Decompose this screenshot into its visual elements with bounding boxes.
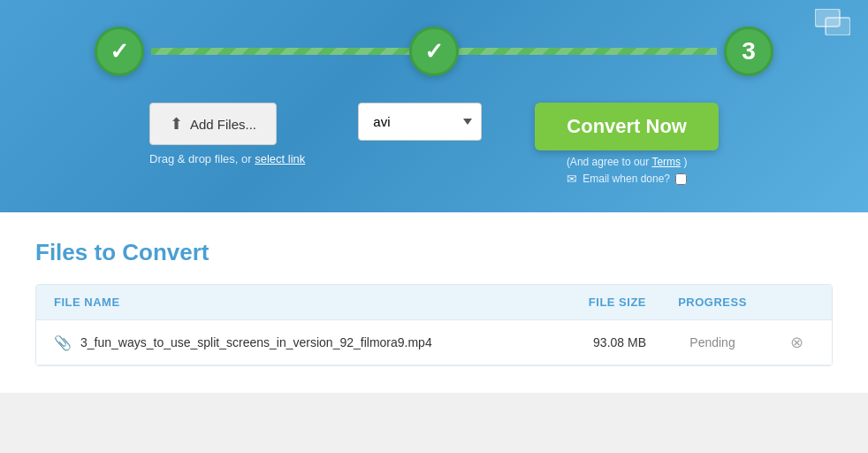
col-filename-header: FILE NAME — [54, 296, 540, 309]
format-select-group: avi mp4 mov mkv wmv flv webm — [358, 103, 482, 141]
add-files-label: Add Files... — [190, 117, 256, 132]
row-filesize: 93.08 MB — [540, 335, 646, 349]
remove-button[interactable]: ⊗ — [790, 333, 803, 352]
row-action: ⊗ — [779, 333, 814, 352]
col-action-header — [779, 296, 814, 309]
upload-icon: ⬆ — [170, 114, 183, 134]
select-link[interactable]: select link — [255, 152, 305, 165]
table-row: 📎 3_fun_ways_to_use_split_screens_in_ver… — [36, 320, 832, 365]
drag-drop-text: Drag & drop files, or select link — [149, 152, 305, 165]
row-progress: Pending — [646, 335, 779, 349]
row-filename: 📎 3_fun_ways_to_use_split_screens_in_ver… — [54, 334, 540, 351]
controls-row: ⬆ Add Files... Drag & drop files, or sel… — [53, 103, 815, 186]
terms-text: (And agree to our Terms ) — [567, 156, 688, 168]
filename-text: 3_fun_ways_to_use_split_screens_in_versi… — [80, 335, 432, 349]
terms-link[interactable]: Terms — [651, 156, 681, 168]
step-1-check: ✓ — [110, 38, 129, 65]
add-files-group: ⬆ Add Files... Drag & drop files, or sel… — [149, 103, 305, 165]
step-3-number: 3 — [742, 37, 756, 65]
step-2-check: ✓ — [424, 38, 444, 65]
progress-bar: ✓ ✓ 3 — [53, 27, 815, 76]
convert-now-button[interactable]: Convert Now — [535, 103, 719, 150]
col-progress-header: PROGRESS — [646, 296, 779, 309]
section-title: Files to Convert — [35, 239, 833, 266]
convert-group: Convert Now (And agree to our Terms ) ✉ … — [535, 103, 719, 186]
step-3-circle: 3 — [724, 27, 773, 76]
top-section: ✓ ✓ 3 ⬆ Add Files... Drag & drop files, … — [0, 0, 868, 212]
table-header: FILE NAME FILE SIZE PROGRESS — [36, 285, 832, 320]
clip-icon: 📎 — [54, 334, 72, 351]
format-select[interactable]: avi mp4 mov mkv wmv flv webm — [358, 103, 482, 141]
email-row: ✉ Email when done? — [567, 172, 687, 186]
steps-row: ✓ ✓ 3 — [95, 27, 773, 76]
email-icon: ✉ — [567, 172, 577, 186]
svg-rect-1 — [826, 18, 850, 35]
col-filesize-header: FILE SIZE — [540, 296, 646, 309]
email-label: Email when done? — [582, 173, 670, 185]
add-files-button[interactable]: ⬆ Add Files... — [149, 103, 277, 145]
step-2-circle: ✓ — [409, 27, 459, 76]
bottom-section: Files to Convert FILE NAME FILE SIZE PRO… — [0, 212, 868, 393]
email-checkbox[interactable] — [675, 173, 687, 185]
file-table: FILE NAME FILE SIZE PROGRESS 📎 3_fun_way… — [35, 284, 833, 366]
logo-area — [815, 9, 850, 42]
step-1-circle: ✓ — [95, 27, 144, 76]
